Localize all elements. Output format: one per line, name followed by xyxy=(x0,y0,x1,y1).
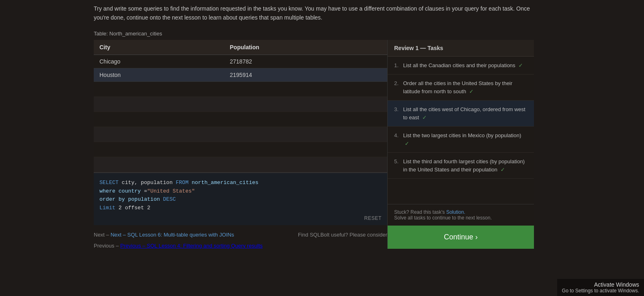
task-item-1: 1. List all the Canadian cities and thei… xyxy=(388,57,534,75)
right-panel: Review 1 — Tasks 1. List all the Canadia… xyxy=(387,40,534,249)
kw-select: SELECT xyxy=(99,180,119,186)
query-editor[interactable]: SELECT city, population FROM north_ameri… xyxy=(94,172,387,225)
next-link-wrapper: Next – Next – SQL Lesson 6: Multi-table … xyxy=(94,232,234,238)
check-icon-1: ✓ xyxy=(518,62,523,68)
task-item-4: 4. List the two largest cities in Mexico… xyxy=(388,127,534,153)
prev-link[interactable]: Previous – SQL Lesson 4: Filtering and s… xyxy=(120,243,262,249)
check-icon-3: ✓ xyxy=(422,114,427,121)
col-population: Population xyxy=(224,40,387,55)
reset-button[interactable]: RESET xyxy=(364,215,382,221)
kw-from: FROM xyxy=(176,180,188,186)
task-item-5: 5. List the third and fourth largest cit… xyxy=(388,153,534,179)
col-city: City xyxy=(94,40,224,55)
windows-activate-notice: Activate Windows Go to Settings to activ… xyxy=(557,279,644,296)
query-line-3: order by population DESC xyxy=(99,195,382,204)
cell-population: 2718782 xyxy=(224,55,387,68)
table-row: Chicago 2718782 xyxy=(94,55,387,68)
continue-button[interactable]: Continue › xyxy=(388,226,534,249)
query-line-1: SELECT city, population FROM north_ameri… xyxy=(99,179,382,187)
stuck-section: Stuck? Read this task's Solution. Solve … xyxy=(388,204,534,226)
table-label: Table: North_american_cities xyxy=(94,31,534,37)
task-item-3: 3. List all the cities west of Chicago, … xyxy=(388,101,534,127)
query-line-4: Limit 2 offset 2 xyxy=(99,204,382,213)
prev-link-wrapper: Previous – Previous – SQL Lesson 4: Filt… xyxy=(94,243,262,249)
tasks-list: 1. List all the Canadian cities and thei… xyxy=(388,57,534,204)
solution-link[interactable]: Solution. xyxy=(446,209,465,215)
intro-text: Try and write some queries to find the i… xyxy=(94,4,534,22)
next-link[interactable]: Next – SQL Lesson 6: Multi-table queries… xyxy=(110,232,234,238)
check-icon-5: ✓ xyxy=(501,167,505,173)
find-text: Find SQLBolt useful? Please consider xyxy=(298,232,387,238)
cell-population: 2195914 xyxy=(224,68,387,81)
cell-city: Houston xyxy=(94,68,224,81)
cell-city: Chicago xyxy=(94,55,224,68)
task-item-2: 2. Order all the cities in the United St… xyxy=(388,75,534,101)
check-icon-4: ✓ xyxy=(405,140,409,147)
tasks-header: Review 1 — Tasks xyxy=(388,40,534,57)
check-icon-2: ✓ xyxy=(469,88,474,94)
results-table: City Population Chicago 2718782 Houston … xyxy=(94,40,387,172)
footer-links: Next – Next – SQL Lesson 6: Multi-table … xyxy=(94,227,387,243)
query-line-2: where country ="United States" xyxy=(99,187,382,196)
table-row: Houston 2195914 xyxy=(94,68,387,81)
